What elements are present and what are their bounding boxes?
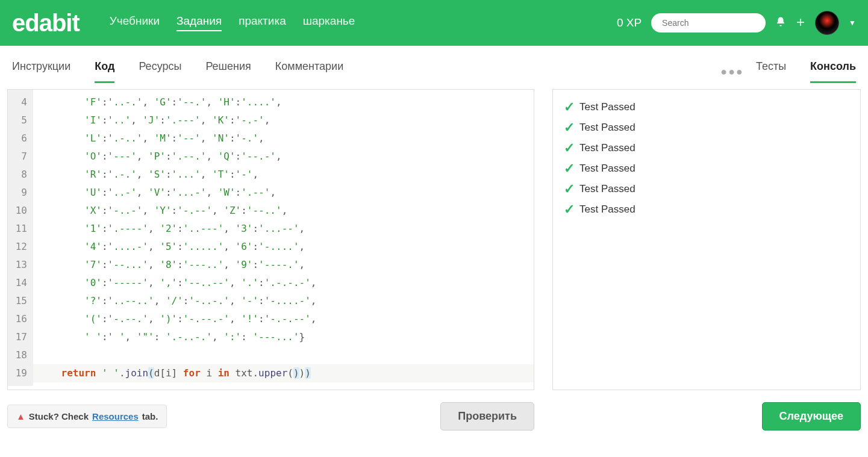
content: 45678910111213141516171819 'F':'..-.', '… bbox=[0, 83, 868, 443]
code-line[interactable]: return ' '.join(d[i] for i in txt.upper(… bbox=[33, 364, 534, 382]
code-line[interactable]: '4':'....-', '5':'.....', '6':'-....', bbox=[33, 238, 534, 256]
tab-instructions[interactable]: Инструкции bbox=[12, 60, 70, 83]
tab-resources[interactable]: Ресурсы bbox=[139, 60, 181, 83]
code-line[interactable]: '1':'.----', '2':'..---', '3':'...--', bbox=[33, 220, 534, 238]
nav-right: 0 XP ▼ bbox=[617, 11, 856, 35]
test-result-label: Test Passed bbox=[579, 101, 635, 113]
test-result: ✓Test Passed bbox=[564, 99, 849, 115]
code-line[interactable]: 'F':'..-.', 'G':'--.', 'H':'....', bbox=[33, 93, 534, 111]
code-line[interactable]: ' ':' ', '"': '.-..-.', ':': '---...'} bbox=[33, 328, 534, 346]
top-nav: edabit Учебники Задания практика шаркань… bbox=[0, 0, 868, 46]
subtabs-left: Инструкции Код Ресурсы Решения Комментар… bbox=[12, 60, 343, 83]
check-icon: ✓ bbox=[564, 161, 575, 176]
line-number: 10 bbox=[13, 202, 27, 220]
test-result: ✓Test Passed bbox=[564, 202, 849, 217]
tab-solutions[interactable]: Решения bbox=[205, 60, 251, 83]
console-actions: Следующее bbox=[552, 402, 861, 431]
line-number: 4 bbox=[13, 93, 27, 111]
line-number: 18 bbox=[13, 346, 27, 364]
nav-link-challenges[interactable]: Задания bbox=[176, 14, 222, 31]
code-editor[interactable]: 45678910111213141516171819 'F':'..-.', '… bbox=[7, 89, 534, 390]
stuck-prefix: Stuck? Check bbox=[29, 411, 89, 421]
subtabs-right: Тесты Консоль bbox=[756, 60, 856, 83]
line-number: 12 bbox=[13, 238, 27, 256]
test-result: ✓Test Passed bbox=[564, 181, 849, 197]
test-result-label: Test Passed bbox=[579, 142, 635, 154]
chevron-down-icon[interactable]: ▼ bbox=[849, 19, 856, 27]
test-result-label: Test Passed bbox=[579, 163, 635, 175]
tab-console[interactable]: Консоль bbox=[810, 60, 856, 83]
code-line[interactable]: 'L':'.-..', 'M':'--', 'N':'-.', bbox=[33, 129, 534, 148]
nav-links: Учебники Задания практика шарканье bbox=[110, 14, 617, 31]
code-line[interactable]: 'O':'---', 'P':'.--.', 'Q':'--.-', bbox=[33, 148, 534, 166]
check-icon: ✓ bbox=[564, 181, 575, 197]
warning-icon: ▲ bbox=[16, 411, 25, 421]
code-line[interactable] bbox=[33, 346, 534, 364]
code-line[interactable]: '?':'..--..', '/':'-..-.', '-':'-....-', bbox=[33, 292, 534, 310]
nav-link-textbooks[interactable]: Учебники bbox=[110, 14, 160, 31]
editor-actions: ▲ Stuck? Check Resources tab. Проверить bbox=[7, 402, 534, 431]
console-panel: ✓Test Passed✓Test Passed✓Test Passed✓Tes… bbox=[552, 89, 861, 431]
check-icon: ✓ bbox=[564, 120, 575, 135]
line-gutter: 45678910111213141516171819 bbox=[8, 90, 33, 386]
code-line[interactable]: '7':'--...', '8':'---..', '9':'----.', bbox=[33, 256, 534, 274]
search-input[interactable] bbox=[651, 13, 766, 33]
console-output[interactable]: ✓Test Passed✓Test Passed✓Test Passed✓Tes… bbox=[552, 89, 861, 390]
test-result-label: Test Passed bbox=[579, 183, 635, 195]
line-number: 13 bbox=[13, 256, 27, 274]
nav-link-shuffle[interactable]: шарканье bbox=[303, 14, 355, 31]
line-number: 8 bbox=[13, 166, 27, 184]
line-number: 9 bbox=[13, 184, 27, 202]
avatar[interactable] bbox=[815, 11, 839, 35]
check-icon: ✓ bbox=[564, 140, 575, 156]
bell-icon[interactable] bbox=[775, 16, 786, 30]
code-line[interactable]: 'I':'..', 'J':'.---', 'K':'-.-', bbox=[33, 111, 534, 129]
check-icon: ✓ bbox=[564, 202, 575, 217]
line-number: 14 bbox=[13, 274, 27, 292]
code-line[interactable]: 'U':'..-', 'V':'...-', 'W':'.--', bbox=[33, 184, 534, 202]
next-button[interactable]: Следующее bbox=[762, 402, 861, 431]
stuck-suffix: tab. bbox=[142, 411, 158, 421]
check-button[interactable]: Проверить bbox=[440, 402, 534, 431]
code-line[interactable]: '0':'-----', ',':'--..--', '.':'.-.-.-', bbox=[33, 274, 534, 292]
code-line[interactable]: '(':'-.--.', ')':'-.--.-', '!':'-.-.--', bbox=[33, 310, 534, 328]
test-result-label: Test Passed bbox=[579, 204, 635, 216]
line-number: 19 bbox=[13, 364, 27, 382]
code-line[interactable]: 'R':'.-.', 'S':'...', 'T':'-', bbox=[33, 166, 534, 184]
line-number: 17 bbox=[13, 328, 27, 346]
tab-tests[interactable]: Тесты bbox=[756, 60, 786, 83]
code-body[interactable]: 'F':'..-.', 'G':'--.', 'H':'....', 'I':'… bbox=[33, 90, 534, 386]
nav-link-practice[interactable]: практика bbox=[239, 14, 286, 31]
logo[interactable]: edabit bbox=[12, 10, 80, 37]
test-result-label: Test Passed bbox=[579, 122, 635, 134]
tab-comments[interactable]: Комментарии bbox=[275, 60, 343, 83]
subtabs: Инструкции Код Ресурсы Решения Комментар… bbox=[0, 46, 868, 83]
test-result: ✓Test Passed bbox=[564, 120, 849, 135]
line-number: 5 bbox=[13, 111, 27, 129]
line-number: 16 bbox=[13, 310, 27, 328]
line-number: 15 bbox=[13, 292, 27, 310]
test-result: ✓Test Passed bbox=[564, 140, 849, 156]
resources-link[interactable]: Resources bbox=[92, 411, 139, 421]
editor-panel: 45678910111213141516171819 'F':'..-.', '… bbox=[7, 89, 534, 431]
tab-code[interactable]: Код bbox=[95, 60, 114, 83]
stuck-hint: ▲ Stuck? Check Resources tab. bbox=[7, 405, 167, 428]
plus-icon[interactable] bbox=[796, 16, 805, 30]
xp-label: 0 XP bbox=[617, 16, 642, 30]
line-number: 6 bbox=[13, 129, 27, 148]
line-number: 7 bbox=[13, 148, 27, 166]
more-dots-icon[interactable]: ●●● bbox=[720, 66, 744, 78]
check-icon: ✓ bbox=[564, 99, 575, 115]
test-result: ✓Test Passed bbox=[564, 161, 849, 176]
line-number: 11 bbox=[13, 220, 27, 238]
code-line[interactable]: 'X':'-..-', 'Y':'-.--', 'Z':'--..', bbox=[33, 202, 534, 220]
